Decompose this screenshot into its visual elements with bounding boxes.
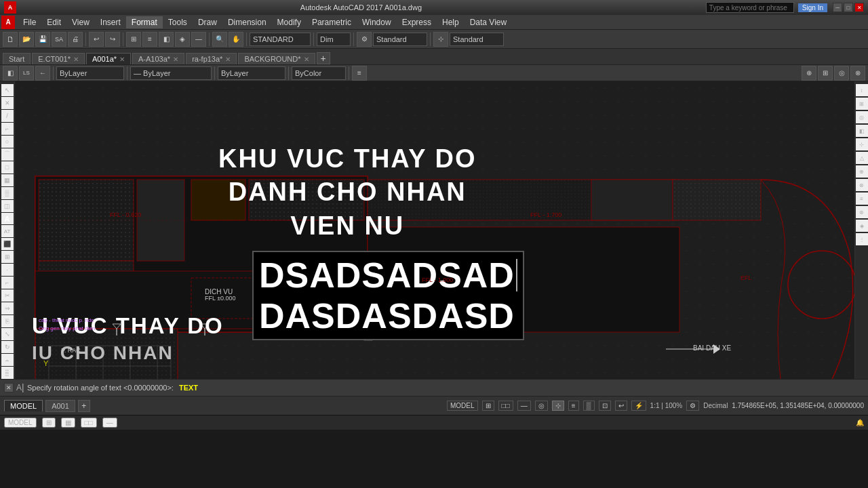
lt-insert[interactable]: ⊞ bbox=[1, 251, 14, 263]
zoom-btn[interactable]: 🔍 bbox=[212, 32, 227, 47]
selection-toggle-btn[interactable]: ⊡ bbox=[599, 401, 611, 411]
rt-btn-5[interactable]: ⊹ bbox=[856, 138, 868, 150]
redo-button[interactable]: ↪ bbox=[105, 32, 120, 47]
tab-background[interactable]: BACKGROUND* ✕ bbox=[238, 53, 315, 64]
rt-btn-2[interactable]: ⊞ bbox=[856, 98, 868, 110]
menu-express[interactable]: Express bbox=[397, 16, 437, 28]
lt-scale[interactable]: ⤡ bbox=[1, 328, 14, 340]
lt-region[interactable]: ◫ bbox=[1, 200, 14, 212]
open-button[interactable]: 📂 bbox=[19, 32, 34, 47]
menu-window[interactable]: Window bbox=[357, 16, 397, 28]
lineweight-toggle-btn[interactable]: ≡ bbox=[568, 401, 579, 411]
layer-dropdown[interactable]: ByLayer bbox=[56, 66, 124, 80]
print-button[interactable]: 🖨 bbox=[68, 32, 83, 47]
rt-btn-10[interactable]: ⊛ bbox=[856, 206, 868, 218]
rt-btn-7[interactable]: ⊕ bbox=[856, 165, 868, 178]
lt-arc[interactable]: ⌒ bbox=[1, 148, 14, 161]
tray-sep-btn[interactable]: — bbox=[102, 418, 117, 428]
lt-block[interactable]: ⬛ bbox=[1, 238, 14, 250]
lt-copy[interactable]: ⎘ bbox=[1, 315, 14, 327]
lineweight-dropdown[interactable]: ByLayer bbox=[218, 66, 285, 80]
layer-manager-btn[interactable]: ◧ bbox=[3, 66, 18, 81]
menu-draw[interactable]: Draw bbox=[193, 16, 222, 28]
tab-ect001[interactable]: E.CT001* ✕ bbox=[32, 53, 85, 64]
lt-pline[interactable]: ⌐ bbox=[1, 123, 14, 135]
lt-move[interactable]: ⇒ bbox=[1, 302, 14, 314]
menu-tools[interactable]: Tools bbox=[163, 16, 193, 28]
tab-add-button[interactable]: + bbox=[317, 52, 330, 64]
menu-help[interactable]: Help bbox=[437, 16, 465, 28]
rt-btn-12[interactable]: ⋮ bbox=[856, 233, 868, 245]
lt-array[interactable]: ⣿ bbox=[1, 367, 14, 379]
tablestyle-dropdown[interactable]: Standard bbox=[373, 33, 427, 46]
layer-state-btn[interactable]: LS bbox=[19, 66, 34, 81]
undo-button[interactable]: ↩ bbox=[89, 32, 104, 47]
tab-rafp13a[interactable]: ra-fp13a* ✕ bbox=[186, 53, 237, 64]
search-box[interactable] bbox=[706, 2, 794, 13]
linetype-button[interactable]: — bbox=[191, 32, 206, 47]
menu-file[interactable]: File bbox=[18, 16, 41, 28]
menu-dataview[interactable]: Data View bbox=[465, 16, 512, 28]
menu-parametric[interactable]: Parametric bbox=[307, 16, 357, 28]
lt-fillet[interactable]: ⌐ bbox=[1, 277, 14, 289]
ortho-btn[interactable]: ⊞ bbox=[818, 66, 833, 81]
match-prop-btn[interactable]: ≡ bbox=[352, 66, 367, 81]
layer-prev-btn[interactable]: ← bbox=[35, 66, 50, 81]
osnap-btn[interactable]: ⊗ bbox=[850, 66, 865, 81]
pan-btn[interactable]: ✋ bbox=[229, 32, 243, 47]
rt-btn-11[interactable]: ◈ bbox=[856, 220, 868, 232]
lt-hatch[interactable]: ▦ bbox=[1, 174, 14, 186]
mleader-btn[interactable]: ⊹ bbox=[433, 32, 448, 47]
viewport-grid-btn[interactable]: ⊞ bbox=[482, 401, 494, 411]
viewport-model-btn[interactable]: MODEL bbox=[447, 401, 478, 411]
scale-btn[interactable]: ⚙ bbox=[686, 401, 699, 411]
linetype-dropdown[interactable]: — ByLayer bbox=[130, 66, 212, 80]
lt-text[interactable]: A bbox=[1, 213, 14, 225]
search-input[interactable] bbox=[709, 4, 791, 12]
lt-line[interactable]: / bbox=[1, 110, 14, 122]
maximize-button[interactable]: □ bbox=[844, 3, 853, 12]
snap-btn[interactable]: ⊕ bbox=[802, 66, 816, 81]
tray-snap-btn[interactable]: □□ bbox=[81, 418, 97, 428]
layout-tab-a001[interactable]: A001 bbox=[45, 400, 75, 412]
tab-a001a[interactable]: A001a* ✕ bbox=[86, 53, 131, 64]
dimstyle-dropdown[interactable]: Dim bbox=[317, 33, 351, 46]
snap-toggle-btn[interactable]: □□ bbox=[498, 401, 513, 411]
menu-insert[interactable]: Insert bbox=[95, 16, 126, 28]
menu-modify[interactable]: Modify bbox=[272, 16, 307, 28]
menu-format[interactable]: Format bbox=[126, 16, 163, 28]
lt-point[interactable]: · bbox=[1, 264, 14, 276]
isolate-button[interactable]: ◈ bbox=[175, 32, 190, 47]
lt-circle[interactable]: ○ bbox=[1, 136, 14, 148]
status-close-btn[interactable]: ✕ bbox=[4, 383, 14, 392]
lt-mtext[interactable]: AT bbox=[1, 225, 14, 237]
menu-edit[interactable]: Edit bbox=[41, 16, 66, 28]
rt-btn-1[interactable]: ↕ bbox=[856, 84, 868, 96]
new-button[interactable]: 🗋 bbox=[3, 32, 18, 47]
plot-button[interactable]: ⊞ bbox=[126, 32, 141, 47]
model-tab[interactable]: MODEL bbox=[4, 400, 43, 411]
menu-view[interactable]: View bbox=[66, 16, 95, 28]
tab-start[interactable]: Start bbox=[3, 53, 31, 64]
layout-add-button[interactable]: + bbox=[78, 400, 90, 412]
close-button[interactable]: ✕ bbox=[854, 3, 864, 12]
lt-gradient[interactable]: ▒ bbox=[1, 187, 14, 199]
rt-btn-9[interactable]: ≡ bbox=[856, 192, 868, 205]
lt-rect[interactable]: □ bbox=[1, 161, 14, 174]
tray-model-btn[interactable]: MODEL bbox=[4, 418, 37, 428]
tray-grid-btn[interactable]: ▦ bbox=[61, 418, 75, 428]
transparency-toggle-btn[interactable]: ▒ bbox=[583, 401, 595, 411]
layer-button[interactable]: ◧ bbox=[159, 32, 174, 47]
transparency-dropdown[interactable]: ByColor bbox=[292, 66, 346, 80]
polar-toggle-btn[interactable]: ◎ bbox=[535, 401, 548, 411]
mleaderstyle-dropdown[interactable]: Standard bbox=[450, 33, 504, 46]
save-button[interactable]: 💾 bbox=[35, 32, 50, 47]
polar-btn[interactable]: ◎ bbox=[834, 66, 849, 81]
canvas[interactable]: Y KHU VUC THAY DO DANH CHO NHAN VIEN NU … bbox=[15, 81, 854, 379]
match-button[interactable]: ≡ bbox=[142, 32, 157, 47]
osnap-toggle-btn[interactable]: ⊹ bbox=[552, 401, 564, 411]
textstyle-dropdown[interactable]: STANDARD bbox=[250, 33, 311, 46]
ortho-toggle-btn[interactable]: — bbox=[517, 401, 531, 411]
rt-btn-6[interactable]: △ bbox=[856, 152, 868, 164]
tray-viewport-btn[interactable]: ⊞ bbox=[42, 418, 56, 428]
